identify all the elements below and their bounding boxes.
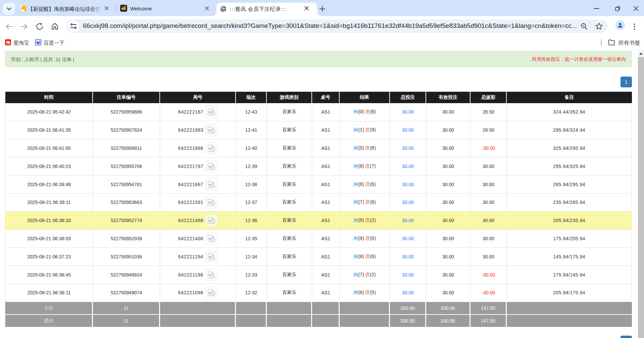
svg-text:淘: 淘 bbox=[6, 40, 10, 45]
